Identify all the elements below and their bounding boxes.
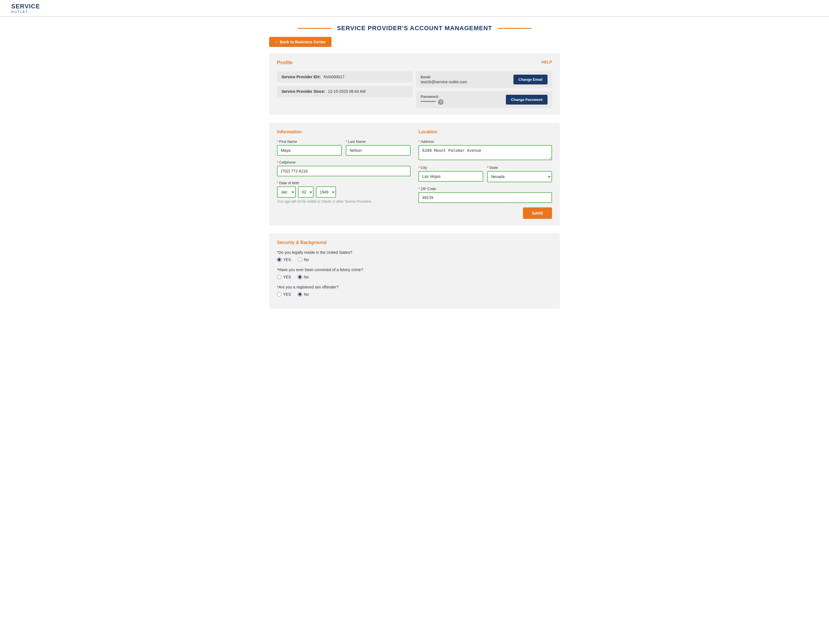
first-name-input[interactable] xyxy=(277,145,342,156)
page-title: SERVICE PROVIDER'S ACCOUNT MANAGEMENT xyxy=(337,25,492,32)
form-section-grid: Information *First Name *Last Name xyxy=(277,129,552,219)
security-q2-yes-radio[interactable] xyxy=(277,275,281,279)
last-name-group: *Last Name xyxy=(346,140,411,156)
password-value-row: ********** ? xyxy=(421,99,444,105)
security-q2-yes-label[interactable]: YES xyxy=(277,275,291,279)
security-q2-no-radio[interactable] xyxy=(298,275,302,279)
dob-label: *Date of birth xyxy=(277,181,411,185)
cellphone-star: * xyxy=(277,160,278,164)
city-input[interactable] xyxy=(418,171,483,182)
back-to-business-center-button[interactable]: ← Back to Business Center xyxy=(269,37,331,47)
main-container: ← Back to Business Center Profile HELP S… xyxy=(261,37,568,328)
dob-note: Your age will not be visible to Clients … xyxy=(277,199,411,204)
state-group: *State Nevada California Arizona Utah xyxy=(487,165,552,182)
first-name-star: * xyxy=(277,140,278,144)
logo-outlet: OUTLET xyxy=(11,10,40,13)
first-name-group: *First Name xyxy=(277,140,342,156)
security-q1-radio-group: YES No xyxy=(277,257,552,262)
last-name-star: * xyxy=(346,140,347,144)
provider-since-value: 12-15-2020 08:44 AM xyxy=(328,89,366,94)
location-title: Location xyxy=(418,129,552,134)
password-help-icon[interactable]: ? xyxy=(438,99,444,105)
dob-star: * xyxy=(277,181,278,185)
profile-right-panel: Email test16@service-outlet.com Change E… xyxy=(416,71,552,108)
zip-input[interactable] xyxy=(418,192,552,203)
provider-id-label: Service Provider ID#: xyxy=(281,75,321,79)
provider-id-row: Service Provider ID#: NVA000017 xyxy=(277,71,413,82)
dob-row: JanFebMarApr MayJunJulAug SepOctNovDec 0… xyxy=(277,186,411,198)
location-panel: Location *Address 6288 Mount Palomar Ave… xyxy=(418,129,552,219)
security-q2-yes-text: YES xyxy=(283,275,291,279)
address-star: * xyxy=(418,140,420,144)
city-group: *City xyxy=(418,165,483,182)
security-q3-yes-label[interactable]: YES xyxy=(277,292,291,296)
security-q2: *Have you ever been convicted of a felon… xyxy=(277,268,552,279)
address-label: *Address xyxy=(418,140,552,144)
city-label: *City xyxy=(418,165,483,170)
state-select[interactable]: Nevada California Arizona Utah xyxy=(487,171,552,182)
security-q1-no-label[interactable]: No xyxy=(298,257,309,262)
change-email-button[interactable]: Change Email xyxy=(514,75,548,84)
save-button[interactable]: SAVE xyxy=(523,208,552,219)
security-title: Security & Background xyxy=(277,240,552,245)
provider-since-label: Service Provider Since: xyxy=(281,89,325,94)
security-q1-yes-text: YES xyxy=(283,257,291,262)
dob-group: *Date of birth JanFebMarApr MayJunJulAug… xyxy=(277,181,411,204)
dob-month-select[interactable]: JanFebMarApr MayJunJulAug SepOctNovDec xyxy=(277,186,296,198)
security-q3-yes-text: YES xyxy=(283,292,291,296)
logo-text: SERVICE xyxy=(11,3,40,10)
state-label: *State xyxy=(487,165,552,170)
profile-section-title: Profile xyxy=(277,60,293,66)
cellphone-group: *Cellphone xyxy=(277,160,411,176)
info-location-section: Information *First Name *Last Name xyxy=(269,123,560,225)
email-label: Email xyxy=(421,75,467,79)
dob-day-select[interactable]: 01020304 05060708 0910 xyxy=(298,186,314,198)
profile-left-panel: Service Provider ID#: NVA000017 Service … xyxy=(277,71,413,108)
city-state-row: *City *State Nevada California Arizona U… xyxy=(418,165,552,187)
zip-group: *ZIP Code xyxy=(418,187,552,203)
profile-grid: Service Provider ID#: NVA000017 Service … xyxy=(277,71,552,108)
address-input[interactable]: 6288 Mount Palomar Avenue xyxy=(418,145,552,160)
security-q3-radio-group: YES No xyxy=(277,292,552,296)
help-link[interactable]: HELP xyxy=(542,60,552,64)
security-q3-yes-radio[interactable] xyxy=(277,292,281,296)
security-q3-text: *Are you a registered sex offender? xyxy=(277,285,552,289)
last-name-input[interactable] xyxy=(346,145,411,156)
profile-section: Profile HELP Service Provider ID#: NVA00… xyxy=(269,53,560,115)
provider-since-row: Service Provider Since: 12-15-2020 08:44… xyxy=(277,86,413,97)
change-password-button[interactable]: Change Password xyxy=(506,95,548,104)
password-info: Password: ********** ? xyxy=(421,94,444,105)
page-title-section: SERVICE PROVIDER'S ACCOUNT MANAGEMENT xyxy=(0,17,829,37)
security-section: Security & Background *Do you legally re… xyxy=(269,233,560,309)
security-q1: *Do you legally reside in the United Sta… xyxy=(277,250,552,262)
provider-id-value: NVA000017 xyxy=(324,75,344,79)
security-q2-no-text: No xyxy=(304,275,309,279)
security-q1-yes-label[interactable]: YES xyxy=(277,257,291,262)
state-star: * xyxy=(487,165,489,170)
password-value: ********** xyxy=(421,100,436,104)
security-q1-no-radio[interactable] xyxy=(298,257,302,262)
zip-label: *ZIP Code xyxy=(418,187,552,191)
profile-section-header: Profile HELP xyxy=(277,60,552,66)
security-q3-no-label[interactable]: No xyxy=(298,292,309,296)
first-name-label: *First Name xyxy=(277,140,342,144)
security-q2-no-label[interactable]: No xyxy=(298,275,309,279)
save-row: SAVE xyxy=(418,208,552,219)
security-q1-yes-radio[interactable] xyxy=(277,257,281,262)
information-panel: Information *First Name *Last Name xyxy=(277,129,411,219)
password-row: Password: ********** ? Change Password xyxy=(416,91,552,108)
cellphone-input[interactable] xyxy=(277,166,411,176)
security-q3: *Are you a registered sex offender? YES … xyxy=(277,285,552,296)
security-q2-text: *Have you ever been convicted of a felon… xyxy=(277,268,552,272)
email-row: Email test16@service-outlet.com Change E… xyxy=(416,71,552,88)
security-q1-no-text: No xyxy=(304,257,309,262)
password-label: Password: xyxy=(421,94,444,99)
security-q2-radio-group: YES No xyxy=(277,275,552,279)
last-name-label: *Last Name xyxy=(346,140,411,144)
dob-year-select[interactable]: 1947194819491950 xyxy=(316,186,336,198)
cellphone-label: *Cellphone xyxy=(277,160,411,164)
logo: SERVICE OUTLET xyxy=(11,3,40,13)
security-q3-no-radio[interactable] xyxy=(298,292,302,296)
name-row: *First Name *Last Name xyxy=(277,140,411,160)
email-info: Email test16@service-outlet.com xyxy=(421,75,467,84)
